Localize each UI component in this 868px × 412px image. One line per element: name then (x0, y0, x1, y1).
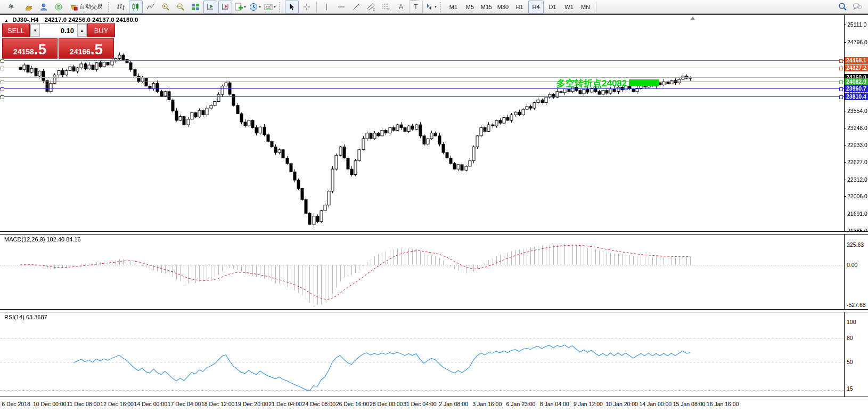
pane-separator-rsi[interactable] (0, 309, 868, 312)
time-axis-label: 21 Dec 04:00 (268, 401, 301, 407)
price-tick-mark (844, 214, 846, 214)
macd-canvas[interactable] (0, 235, 845, 308)
timeframe-m1[interactable]: M1 (446, 1, 461, 13)
signals-icon[interactable] (52, 1, 65, 13)
arrows-tool[interactable]: ▾ (424, 1, 438, 13)
vertical-line-tool[interactable] (320, 1, 333, 13)
price-tick-label: 23554.0 (847, 108, 867, 114)
annotation-text[interactable]: 多空转折点24082 (556, 77, 627, 90)
toolbar-drag-handle[interactable] (279, 2, 283, 12)
buy-price-box[interactable]: 24166 .5 (59, 38, 114, 59)
auto-scroll-button[interactable] (203, 1, 217, 13)
line-handle-left[interactable] (1, 67, 4, 70)
text-label-tool[interactable]: T (409, 1, 423, 13)
equidistant-channel-tool[interactable]: E (364, 1, 378, 13)
chat-button[interactable] (850, 1, 864, 13)
toolbar-drag-handle[interactable] (108, 2, 112, 12)
toolbar: 单 自动交易 (0, 0, 868, 14)
timeframe-w1[interactable]: W1 (561, 1, 577, 13)
volume-decrease-button[interactable]: ▼ (30, 24, 40, 37)
search-button[interactable] (836, 1, 849, 13)
line-handle-right[interactable] (839, 95, 843, 99)
chevron-down-icon: ▾ (259, 4, 261, 9)
templates-button[interactable]: ▾ (263, 1, 277, 13)
sell-price-frac: .5 (34, 41, 46, 59)
line-handle-right[interactable] (839, 59, 843, 63)
zoom-in-button[interactable] (159, 1, 173, 13)
one-click-trading-panel: SELL ▼ ▲ BUY 24158 .5 24166 .5 (2, 23, 115, 59)
new-order-button[interactable]: 单 (2, 1, 21, 13)
macd-axis-max: 225.63 (847, 241, 864, 248)
horizontal-line-23960.7[interactable] (0, 88, 844, 89)
rsi-label: RSI(14) 63.3687 (4, 314, 47, 320)
timeframe-h1[interactable]: H1 (512, 1, 527, 13)
chart-shift-button[interactable] (218, 1, 232, 13)
horizontal-line-23810.4[interactable] (0, 96, 844, 97)
auto-scroll-icon (206, 3, 215, 11)
time-axis-label: 17 Dec 04:00 (168, 401, 201, 407)
main-chart-canvas[interactable] (0, 15, 845, 231)
timeframe-m30[interactable]: M30 (495, 1, 511, 13)
line-handle-left[interactable] (1, 59, 4, 63)
price-tick-mark (844, 162, 846, 163)
chart-shift-marker[interactable] (691, 17, 695, 20)
time-axis-label: 12 Dec 16:00 (100, 401, 133, 407)
line-chart-button[interactable] (144, 1, 158, 13)
ohlc-values: 24217.0 24256.0 24137.0 24160.0 (45, 17, 138, 23)
time-axis-label: 6 Dec 2018 (2, 401, 30, 407)
toolbar-drag-handle[interactable] (440, 2, 444, 12)
rsi-canvas[interactable] (0, 313, 845, 397)
buy-button[interactable]: BUY (87, 23, 115, 37)
svg-text:F: F (388, 8, 390, 11)
bar-chart-button[interactable] (114, 1, 128, 13)
time-axis-label: 15 Jan 08:00 (673, 401, 706, 407)
periods-button[interactable]: ▾ (248, 1, 262, 13)
zoom-out-button[interactable] (174, 1, 187, 13)
volume-input[interactable] (40, 24, 77, 37)
horizontal-line-24082.9[interactable] (0, 82, 844, 82)
chevron-down-icon: ▾ (274, 4, 276, 9)
autotrading-button[interactable]: 自动交易 (67, 1, 106, 13)
sell-button[interactable]: SELL (2, 23, 30, 37)
time-axis-label: 10 Dec 00:00 (33, 401, 66, 407)
sell-price-box[interactable]: 24158 .5 (2, 38, 58, 59)
line-handle-right[interactable] (839, 67, 843, 70)
collapse-panel-icon[interactable]: ▲ (4, 18, 9, 23)
timeframe-h4[interactable]: H4 (528, 1, 544, 13)
price-tick-mark (844, 196, 846, 197)
line-handle-right[interactable] (839, 87, 843, 91)
indicators-button[interactable]: ▾ (233, 1, 247, 13)
fibonacci-tool[interactable]: F (379, 1, 393, 13)
horizontal-line-24327.2[interactable] (0, 68, 844, 68)
volume-increase-button[interactable]: ▲ (77, 24, 87, 37)
line-handle-left[interactable] (1, 80, 4, 84)
text-tool[interactable]: A (394, 1, 408, 13)
timeframe-m15[interactable]: M15 (479, 1, 494, 13)
timeframe-mn[interactable]: MN (578, 1, 593, 13)
horizontal-line-tool[interactable] (334, 1, 348, 13)
horizontal-line-icon (338, 3, 345, 11)
timeframe-m5[interactable]: M5 (462, 1, 478, 13)
trendline-tool[interactable] (349, 1, 363, 13)
line-handle-left[interactable] (1, 95, 4, 99)
horizontal-line-24468.1[interactable] (0, 60, 844, 61)
signal-spiral-icon (54, 3, 63, 11)
cursor-button[interactable] (285, 1, 299, 13)
autotrading-icon (70, 3, 78, 11)
pane-separator-macd[interactable] (0, 231, 868, 235)
market-icon[interactable] (22, 1, 36, 13)
annotation[interactable]: 多空转折点24082 (556, 77, 659, 90)
line-handle-left[interactable] (1, 87, 4, 91)
tile-windows-button[interactable] (189, 1, 202, 13)
buy-price-frac: .5 (91, 41, 103, 59)
fibonacci-icon: F (382, 3, 390, 11)
timeframe-d1[interactable]: D1 (545, 1, 560, 13)
price-tick-label: 21691.0 (847, 211, 867, 217)
candlestick-chart-button[interactable] (129, 1, 143, 13)
time-axis-line (0, 397, 868, 397)
line-handle-right[interactable] (839, 80, 843, 84)
autotrading-label: 自动交易 (79, 3, 103, 11)
annotation-highlight-box[interactable] (629, 79, 659, 86)
community-icon[interactable] (37, 1, 51, 13)
crosshair-button[interactable] (300, 1, 314, 13)
